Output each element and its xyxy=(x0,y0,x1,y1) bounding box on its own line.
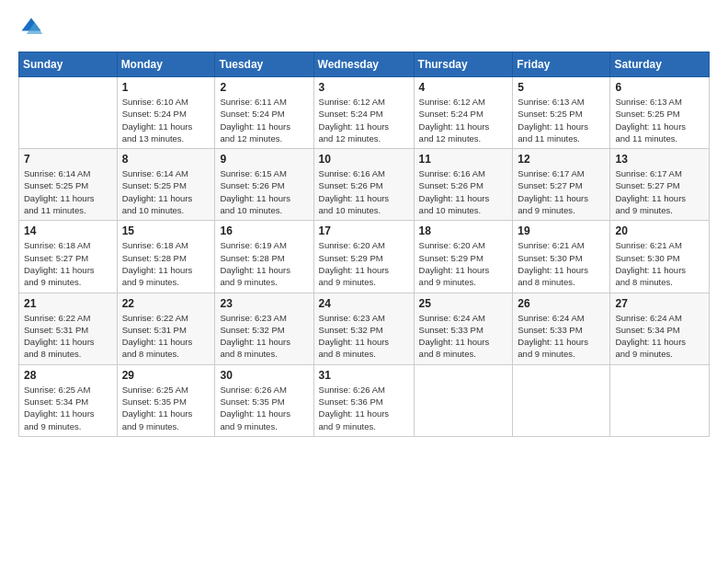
day-info: Sunrise: 6:13 AM Sunset: 5:25 PM Dayligh… xyxy=(518,96,605,144)
day-number: 12 xyxy=(518,153,605,166)
day-cell: 4Sunrise: 6:12 AM Sunset: 5:24 PM Daylig… xyxy=(414,77,513,149)
weekday-header-thursday: Thursday xyxy=(414,52,513,77)
day-cell: 5Sunrise: 6:13 AM Sunset: 5:25 PM Daylig… xyxy=(513,77,610,149)
weekday-header-sunday: Sunday xyxy=(19,52,118,77)
day-info: Sunrise: 6:14 AM Sunset: 5:25 PM Dayligh… xyxy=(122,167,210,216)
calendar: SundayMondayTuesdayWednesdayThursdayFrid… xyxy=(18,52,710,437)
day-number: 3 xyxy=(319,81,409,94)
day-info: Sunrise: 6:22 AM Sunset: 5:31 PM Dayligh… xyxy=(122,312,210,361)
weekday-header-tuesday: Tuesday xyxy=(215,52,313,77)
weekday-header-saturday: Saturday xyxy=(610,52,710,77)
day-info: Sunrise: 6:24 AM Sunset: 5:33 PM Dayligh… xyxy=(518,312,605,361)
week-row-1: 1Sunrise: 6:10 AM Sunset: 5:24 PM Daylig… xyxy=(19,77,710,149)
day-number: 11 xyxy=(419,153,508,166)
day-info: Sunrise: 6:23 AM Sunset: 5:32 PM Dayligh… xyxy=(319,312,409,361)
day-number: 30 xyxy=(220,369,308,382)
day-number: 22 xyxy=(122,297,210,310)
weekday-header-row: SundayMondayTuesdayWednesdayThursdayFrid… xyxy=(19,52,710,77)
day-number: 6 xyxy=(615,81,704,94)
day-number: 7 xyxy=(24,153,112,166)
day-cell: 3Sunrise: 6:12 AM Sunset: 5:24 PM Daylig… xyxy=(313,77,414,149)
day-number: 15 xyxy=(122,224,210,237)
day-info: Sunrise: 6:14 AM Sunset: 5:25 PM Dayligh… xyxy=(24,167,112,216)
day-number: 14 xyxy=(24,224,112,237)
day-info: Sunrise: 6:17 AM Sunset: 5:27 PM Dayligh… xyxy=(518,167,605,216)
day-cell: 28Sunrise: 6:25 AM Sunset: 5:34 PM Dayli… xyxy=(19,364,118,436)
day-cell: 17Sunrise: 6:20 AM Sunset: 5:29 PM Dayli… xyxy=(313,221,414,293)
day-cell: 31Sunrise: 6:26 AM Sunset: 5:36 PM Dayli… xyxy=(313,364,414,436)
day-cell: 9Sunrise: 6:15 AM Sunset: 5:26 PM Daylig… xyxy=(215,149,313,221)
logo-icon xyxy=(18,15,44,40)
day-cell: 29Sunrise: 6:25 AM Sunset: 5:35 PM Dayli… xyxy=(117,364,215,436)
day-number: 13 xyxy=(615,153,704,166)
day-info: Sunrise: 6:21 AM Sunset: 5:30 PM Dayligh… xyxy=(615,239,704,288)
day-number: 24 xyxy=(319,297,409,310)
day-number: 2 xyxy=(220,81,308,94)
page: SundayMondayTuesdayWednesdayThursdayFrid… xyxy=(0,0,728,563)
day-info: Sunrise: 6:17 AM Sunset: 5:27 PM Dayligh… xyxy=(615,167,704,216)
day-info: Sunrise: 6:21 AM Sunset: 5:30 PM Dayligh… xyxy=(518,239,605,288)
day-info: Sunrise: 6:26 AM Sunset: 5:35 PM Dayligh… xyxy=(220,384,308,432)
day-info: Sunrise: 6:12 AM Sunset: 5:24 PM Dayligh… xyxy=(419,96,508,144)
day-number: 1 xyxy=(122,81,210,94)
day-cell: 26Sunrise: 6:24 AM Sunset: 5:33 PM Dayli… xyxy=(513,293,610,364)
day-info: Sunrise: 6:20 AM Sunset: 5:29 PM Dayligh… xyxy=(419,239,508,288)
weekday-header-monday: Monday xyxy=(117,52,215,77)
day-info: Sunrise: 6:20 AM Sunset: 5:29 PM Dayligh… xyxy=(319,239,409,288)
day-cell xyxy=(513,364,610,436)
day-cell: 20Sunrise: 6:21 AM Sunset: 5:30 PM Dayli… xyxy=(610,221,710,293)
day-info: Sunrise: 6:26 AM Sunset: 5:36 PM Dayligh… xyxy=(319,384,409,432)
day-cell: 10Sunrise: 6:16 AM Sunset: 5:26 PM Dayli… xyxy=(313,149,414,221)
day-cell: 27Sunrise: 6:24 AM Sunset: 5:34 PM Dayli… xyxy=(610,293,710,364)
weekday-header-friday: Friday xyxy=(513,52,610,77)
day-info: Sunrise: 6:19 AM Sunset: 5:28 PM Dayligh… xyxy=(220,239,308,288)
logo xyxy=(18,15,48,40)
day-number: 5 xyxy=(518,81,605,94)
day-info: Sunrise: 6:18 AM Sunset: 5:27 PM Dayligh… xyxy=(24,239,112,288)
day-number: 20 xyxy=(615,224,704,237)
day-cell: 12Sunrise: 6:17 AM Sunset: 5:27 PM Dayli… xyxy=(513,149,610,221)
day-cell: 14Sunrise: 6:18 AM Sunset: 5:27 PM Dayli… xyxy=(19,221,118,293)
header xyxy=(18,15,710,40)
day-number: 16 xyxy=(220,224,308,237)
day-cell: 11Sunrise: 6:16 AM Sunset: 5:26 PM Dayli… xyxy=(414,149,513,221)
week-row-4: 21Sunrise: 6:22 AM Sunset: 5:31 PM Dayli… xyxy=(19,293,710,364)
day-info: Sunrise: 6:11 AM Sunset: 5:24 PM Dayligh… xyxy=(220,96,308,144)
week-row-5: 28Sunrise: 6:25 AM Sunset: 5:34 PM Dayli… xyxy=(19,364,710,436)
day-cell: 2Sunrise: 6:11 AM Sunset: 5:24 PM Daylig… xyxy=(215,77,313,149)
day-number: 8 xyxy=(122,153,210,166)
day-cell xyxy=(414,364,513,436)
day-cell: 6Sunrise: 6:13 AM Sunset: 5:25 PM Daylig… xyxy=(610,77,710,149)
day-info: Sunrise: 6:24 AM Sunset: 5:33 PM Dayligh… xyxy=(419,312,508,361)
day-info: Sunrise: 6:16 AM Sunset: 5:26 PM Dayligh… xyxy=(419,167,508,216)
day-info: Sunrise: 6:10 AM Sunset: 5:24 PM Dayligh… xyxy=(122,96,210,144)
day-cell: 25Sunrise: 6:24 AM Sunset: 5:33 PM Dayli… xyxy=(414,293,513,364)
week-row-3: 14Sunrise: 6:18 AM Sunset: 5:27 PM Dayli… xyxy=(19,221,710,293)
day-number: 9 xyxy=(220,153,308,166)
day-number: 17 xyxy=(319,224,409,237)
day-cell: 16Sunrise: 6:19 AM Sunset: 5:28 PM Dayli… xyxy=(215,221,313,293)
day-number: 26 xyxy=(518,297,605,310)
day-number: 31 xyxy=(319,369,409,382)
weekday-header-wednesday: Wednesday xyxy=(313,52,414,77)
day-info: Sunrise: 6:25 AM Sunset: 5:35 PM Dayligh… xyxy=(122,384,210,432)
day-cell: 1Sunrise: 6:10 AM Sunset: 5:24 PM Daylig… xyxy=(117,77,215,149)
day-cell: 22Sunrise: 6:22 AM Sunset: 5:31 PM Dayli… xyxy=(117,293,215,364)
day-number: 29 xyxy=(122,369,210,382)
day-info: Sunrise: 6:22 AM Sunset: 5:31 PM Dayligh… xyxy=(24,312,112,361)
day-number: 18 xyxy=(419,224,508,237)
day-cell: 23Sunrise: 6:23 AM Sunset: 5:32 PM Dayli… xyxy=(215,293,313,364)
day-info: Sunrise: 6:12 AM Sunset: 5:24 PM Dayligh… xyxy=(319,96,409,144)
day-info: Sunrise: 6:18 AM Sunset: 5:28 PM Dayligh… xyxy=(122,239,210,288)
day-cell: 15Sunrise: 6:18 AM Sunset: 5:28 PM Dayli… xyxy=(117,221,215,293)
day-info: Sunrise: 6:23 AM Sunset: 5:32 PM Dayligh… xyxy=(220,312,308,361)
day-info: Sunrise: 6:25 AM Sunset: 5:34 PM Dayligh… xyxy=(24,384,112,432)
day-cell: 18Sunrise: 6:20 AM Sunset: 5:29 PM Dayli… xyxy=(414,221,513,293)
day-cell: 13Sunrise: 6:17 AM Sunset: 5:27 PM Dayli… xyxy=(610,149,710,221)
day-number: 19 xyxy=(518,224,605,237)
day-info: Sunrise: 6:13 AM Sunset: 5:25 PM Dayligh… xyxy=(615,96,704,144)
day-number: 23 xyxy=(220,297,308,310)
day-cell xyxy=(610,364,710,436)
day-number: 4 xyxy=(419,81,508,94)
day-info: Sunrise: 6:16 AM Sunset: 5:26 PM Dayligh… xyxy=(319,167,409,216)
